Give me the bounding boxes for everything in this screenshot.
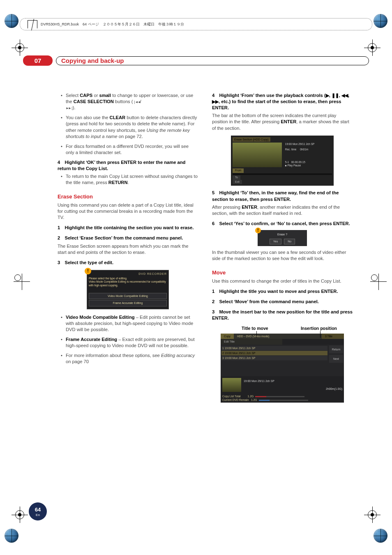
btn-video-mode-compatible[interactable]: Video Mode Compatible Editing	[89, 293, 167, 299]
section-erase-heading: Erase Section	[58, 193, 198, 200]
bullet-fae: Frame Accurate Editing – Exact edit poin…	[61, 336, 198, 349]
title-col-header: 3 Title	[322, 334, 344, 339]
btn-return[interactable]: Return	[329, 345, 343, 353]
bullet-caps: Select CAPS or small to change to upper …	[61, 92, 198, 111]
erase-step-4-body: The bar at the bottom of the screen indi…	[212, 113, 353, 131]
erase-ui-info: 19:00 Mon 29/11 2ch SP Rec. time 0h01m 5…	[285, 143, 315, 168]
erase-step-3: 3 Select the type of edit.	[58, 260, 198, 266]
move-step-3: 3 Move the insert bar to the new positio…	[212, 309, 353, 321]
erase-step-5-body: After pressing ENTER, another marker ind…	[212, 204, 353, 216]
bullet-vmce: Video Mode Compatible Editing – Edit poi…	[61, 314, 198, 333]
chapter-header: 07 Copying and back-up	[23, 55, 369, 66]
copylist-thumb	[222, 378, 241, 392]
copy-mode: HDD→DVD (Video mode)	[234, 334, 322, 339]
crop-disc-br	[374, 529, 387, 543]
thumb-datetime: 19:00 Mon 29/11 2ch SP	[244, 379, 342, 383]
chapter-title: Copying and back-up	[56, 56, 369, 65]
erase-section-ui: Erase Section (HDD Copy) 19:00 Mon 29/11…	[231, 136, 334, 186]
move-step-1: 1 Highlight the title you want to move a…	[212, 288, 353, 295]
erase-step-5: 5 Highlight ‘To’ then, in the same way, …	[212, 190, 353, 202]
registration-mark-tr	[364, 39, 380, 56]
erase-step-1: 1 Highlight the title containing the sec…	[58, 225, 198, 231]
confirm-dialog: ! Erase ? Yes No	[258, 230, 307, 246]
crop-disc-tr	[374, 14, 387, 28]
chapter-number: 07	[23, 55, 53, 66]
title-rows: 1 19:00 Mon 29/11 2ch SP 2 19:00 Mon 29/…	[221, 345, 328, 377]
registration-mark-br	[364, 507, 380, 523]
confirm-no-button[interactable]: No	[284, 239, 295, 244]
registration-mark-tl	[12, 39, 28, 56]
section-move-heading: Move	[212, 269, 353, 276]
tab-copy[interactable]: Copy	[221, 334, 234, 339]
copy-list-ui: Copy HDD→DVD (Video mode) 3 Title Edit T…	[221, 334, 344, 403]
dialog-message: Please select the type of editing. Video…	[89, 277, 167, 287]
warning-icon: !	[85, 268, 91, 274]
confirm-yes-button[interactable]: Yes	[270, 239, 281, 244]
bullet-charset: For discs formatted on a different DVD r…	[61, 143, 198, 156]
crop-disc-tl	[5, 14, 18, 28]
bullet-clear: You can also use the CLEAR button to del…	[61, 115, 198, 139]
move-intro: Use this command to change the order of …	[212, 278, 353, 284]
btn-frame-accurate[interactable]: Frame Accurate Editing	[89, 300, 167, 306]
registration-mark-left	[14, 274, 22, 282]
edit-title-label: Edit Title	[221, 339, 282, 344]
page-number: 64	[35, 507, 41, 513]
skip-back-icon	[133, 99, 140, 104]
thumb-viewer-text: In the thumbnail viewer you can see a fe…	[212, 249, 353, 262]
confirm-question: Erase ?	[259, 233, 305, 236]
label-title-to-move: Title to move	[242, 325, 268, 331]
page-number-badge: 64 En	[29, 502, 47, 520]
erase-ui-thumb	[233, 143, 282, 167]
bullet-editacc: For more information about these options…	[61, 352, 198, 365]
btn-next[interactable]: Next	[329, 355, 343, 363]
right-column: 4 Highlight ‘From’ then use the playback…	[212, 92, 353, 489]
step-4-ok: 4 Highlight ‘OK’ then press ENTER to ent…	[58, 159, 198, 172]
tab-exit[interactable]: Exit	[233, 180, 242, 184]
registration-mark-bl	[12, 507, 28, 523]
bullet-return: To return to the main Copy List screen w…	[61, 173, 198, 186]
erase-ui-tabs: From To Exit	[233, 168, 332, 184]
page-lang: En	[36, 513, 40, 517]
tab-from[interactable]: From	[233, 168, 244, 173]
erase-ui-header: Erase Section (HDD Copy)	[233, 137, 270, 142]
crop-disc-bl	[5, 529, 18, 543]
list-item[interactable]: 2 19:00 Mon 29/11 2ch SP	[221, 351, 327, 355]
list-item[interactable]: 1 19:00 Mon 29/11 2ch SP	[221, 346, 327, 350]
edit-type-dialog: ! DVD RECORDER Please select the type of…	[87, 270, 169, 309]
erase-intro: Using this command you can delete a part…	[58, 202, 198, 221]
left-column: Select CAPS or small to change to upper …	[58, 92, 198, 489]
tab-to[interactable]: To	[233, 175, 240, 180]
copylist-labels: Title to move Insertion position	[212, 325, 353, 331]
erase-step-2-body: The Erase Section screen appears from wh…	[58, 243, 198, 256]
dialog-brand: DVD RECORDER	[89, 272, 167, 276]
running-header: DVR530HS_RDR.book 64 ページ ２００５年５月２６日 木曜日 …	[20, 18, 372, 30]
registration-mark-right	[370, 274, 378, 282]
content-area: Select CAPS or small to change to upper …	[58, 92, 353, 489]
list-item[interactable]: 3 19:00 Mon 29/11 2ch SP	[221, 356, 327, 360]
label-insertion-position: Insertion position	[301, 325, 337, 331]
warning-icon: !	[255, 228, 261, 233]
skip-fwd-icon	[66, 105, 73, 110]
move-step-2: 2 Select ‘Move’ from the command menu pa…	[212, 299, 353, 305]
erase-step-2: 2 Select ‘Erase Section’ from the comman…	[58, 235, 198, 241]
runhead-text: DVR530HS_RDR.book 64 ページ ２００５年５月２６日 木曜日 …	[41, 22, 184, 27]
erase-step-4: 4 Highlight ‘From’ then use the playback…	[212, 92, 353, 111]
thumb-duration: 2h00m(1.0G)	[244, 387, 342, 391]
book-icon	[28, 20, 37, 28]
erase-step-6: 6 Select ‘Yes’ to confirm, or ‘No’ to ca…	[212, 221, 353, 227]
